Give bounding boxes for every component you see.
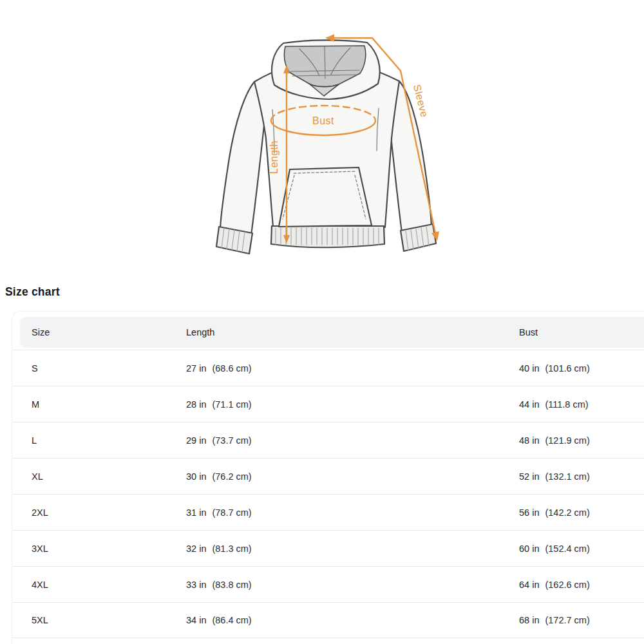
bust-label: Bust <box>312 115 334 126</box>
table-row-3xl: 3XL 32 in(81.3 cm) 60 in(152.4 cm) <box>12 530 644 566</box>
table-row-4xl: 4XL 33 in(83.8 cm) 64 in(162.6 cm) <box>12 566 644 602</box>
column-header-size: Size <box>32 327 186 337</box>
size-chart-page: Bust Length Sleeve Size chart Size Lengt… <box>0 0 644 644</box>
length-value: 32 in(81.3 cm) <box>186 544 519 554</box>
size-value: XL <box>32 471 186 482</box>
size-chart-table[interactable]: Size Length Bust S 27 in(68.6 cm) 40 in(… <box>12 311 644 644</box>
table-row-l: L 29 in(73.7 cm) 48 in(121.9 cm) <box>12 422 644 458</box>
table-row-s: S 27 in(68.6 cm) 40 in(101.6 cm) <box>12 350 644 386</box>
length-value: 29 in(73.7 cm) <box>186 435 519 446</box>
size-value: 4XL <box>32 580 186 590</box>
page-title: Size chart <box>5 285 60 299</box>
size-value: 2XL <box>32 507 186 518</box>
bust-value: 48 in(121.9 cm) <box>519 435 644 446</box>
table-row-2xl: 2XL 31 in(78.7 cm) 56 in(142.2 cm) <box>12 494 644 530</box>
hoodie-pocket <box>279 167 372 227</box>
length-value: 34 in(86.4 cm) <box>186 615 519 625</box>
bust-value: 44 in(111.8 cm) <box>519 399 644 410</box>
hoodie-left-sleeve <box>220 82 265 235</box>
length-value: 31 in(78.7 cm) <box>186 507 519 518</box>
size-value: S <box>32 363 186 374</box>
table-row-5xl: 5XL 34 in(86.4 cm) 68 in(172.7 cm) <box>12 602 644 638</box>
size-value: L <box>32 435 186 446</box>
table-row-m: M 28 in(71.1 cm) 44 in(111.8 cm) <box>12 386 644 422</box>
column-header-length: Length <box>186 327 519 337</box>
table-body: S 27 in(68.6 cm) 40 in(101.6 cm) M 28 in… <box>12 350 644 638</box>
length-value: 27 in(68.6 cm) <box>186 363 519 374</box>
length-value: 33 in(83.8 cm) <box>186 580 519 590</box>
bust-value: 52 in(132.1 cm) <box>519 471 644 482</box>
bust-value: 56 in(142.2 cm) <box>519 507 644 518</box>
size-value: M <box>32 399 186 410</box>
size-value: 3XL <box>32 544 186 554</box>
bust-value: 68 in(172.7 cm) <box>519 615 644 625</box>
column-header-bust: Bust <box>519 327 644 337</box>
bust-value: 40 in(101.6 cm) <box>519 363 644 374</box>
bust-value: 64 in(162.6 cm) <box>519 580 644 590</box>
bust-value: 60 in(152.4 cm) <box>519 544 644 554</box>
length-value: 30 in(76.2 cm) <box>186 471 519 482</box>
length-value: 28 in(71.1 cm) <box>186 399 519 410</box>
table-header-row: Size Length Bust <box>20 317 644 348</box>
hoodie-illustration: Bust Length Sleeve <box>213 6 444 277</box>
table-row-xl: XL 30 in(76.2 cm) 52 in(132.1 cm) <box>12 458 644 494</box>
hoodie-measurement-diagram: Bust Length Sleeve <box>213 6 444 277</box>
size-value: 5XL <box>32 615 186 625</box>
length-label: Length <box>269 140 279 174</box>
